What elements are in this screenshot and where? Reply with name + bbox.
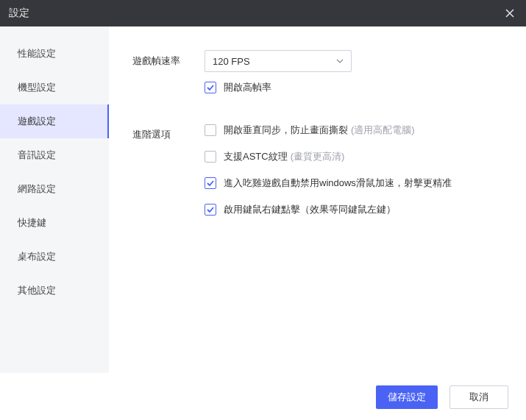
- highfps-checkbox[interactable]: [205, 82, 216, 93]
- body: 性能設定 機型設定 遊戲設定 音訊設定 網路設定 快捷鍵 桌布設定 其他設定 遊…: [0, 26, 526, 373]
- cancel-button[interactable]: 取消: [449, 385, 508, 409]
- sidebar-item-label: 其他設定: [18, 284, 56, 297]
- highfps-label: 開啟高幀率: [224, 81, 271, 94]
- sidebar-item-model[interactable]: 機型設定: [0, 71, 109, 104]
- sidebar-item-label: 桌布設定: [18, 250, 56, 263]
- highfps-row: 開啟高幀率: [205, 81, 505, 94]
- astc-row: 支援ASTC紋理 (畫質更高清): [205, 150, 505, 163]
- sidebar-item-label: 機型設定: [18, 81, 56, 94]
- mouse-checkbox[interactable]: [205, 177, 216, 189]
- fps-select[interactable]: 120 FPS: [205, 50, 352, 72]
- astc-checkbox[interactable]: [205, 151, 216, 163]
- mouse-label: 進入吃雞遊戲自動禁用windows滑鼠加速，射擊更精准: [224, 177, 452, 190]
- advanced-row: 進階選項 開啟垂直同步，防止畫面撕裂 (適用高配電腦) 支援ASTC紋理 (畫質…: [132, 124, 505, 229]
- sidebar: 性能設定 機型設定 遊戲設定 音訊設定 網路設定 快捷鍵 桌布設定 其他設定: [0, 26, 109, 373]
- sidebar-item-network[interactable]: 網路設定: [0, 172, 109, 206]
- sidebar-item-label: 性能設定: [18, 47, 56, 60]
- sidebar-item-label: 遊戲設定: [18, 115, 56, 128]
- vsync-hint: (適用高配電腦): [351, 124, 415, 137]
- save-button[interactable]: 儲存設定: [376, 385, 438, 409]
- close-button[interactable]: [502, 6, 517, 21]
- advanced-label: 進階選項: [132, 124, 205, 229]
- vsync-label: 開啟垂直同步，防止畫面撕裂: [224, 124, 348, 137]
- vsync-checkbox[interactable]: [205, 124, 216, 136]
- fps-value: 120 FPS: [213, 56, 250, 67]
- vsync-row: 開啟垂直同步，防止畫面撕裂 (適用高配電腦): [205, 124, 505, 137]
- sidebar-item-shortcut[interactable]: 快捷鍵: [0, 206, 109, 240]
- rclick-row: 啟用鍵鼠右鍵點擊（效果等同鍵鼠左鍵）: [205, 203, 505, 216]
- fps-row: 遊戲幀速率 120 FPS 開啟高幀率: [132, 50, 505, 106]
- window-title: 設定: [9, 7, 29, 20]
- close-icon: [505, 9, 514, 18]
- astc-hint: (畫質更高清): [291, 150, 345, 163]
- sidebar-item-performance[interactable]: 性能設定: [0, 37, 109, 71]
- sidebar-item-wallpaper[interactable]: 桌布設定: [0, 240, 109, 274]
- sidebar-item-label: 音訊設定: [18, 149, 56, 162]
- titlebar: 設定: [0, 0, 526, 26]
- fps-label: 遊戲幀速率: [132, 50, 205, 106]
- sidebar-item-label: 網路設定: [18, 182, 56, 196]
- rclick-checkbox[interactable]: [205, 204, 216, 216]
- rclick-label: 啟用鍵鼠右鍵點擊（效果等同鍵鼠左鍵）: [224, 203, 396, 216]
- sidebar-item-other[interactable]: 其他設定: [0, 274, 109, 307]
- footer: 儲存設定 取消: [0, 373, 526, 420]
- sidebar-item-audio[interactable]: 音訊設定: [0, 138, 109, 172]
- mouse-row: 進入吃雞遊戲自動禁用windows滑鼠加速，射擊更精准: [205, 177, 505, 190]
- sidebar-item-game[interactable]: 遊戲設定: [0, 104, 109, 138]
- sidebar-item-label: 快捷鍵: [18, 216, 46, 229]
- chevron-down-icon: [336, 59, 344, 63]
- astc-label: 支援ASTC紋理: [224, 150, 288, 163]
- main-panel: 遊戲幀速率 120 FPS 開啟高幀率 進階選項: [109, 26, 526, 373]
